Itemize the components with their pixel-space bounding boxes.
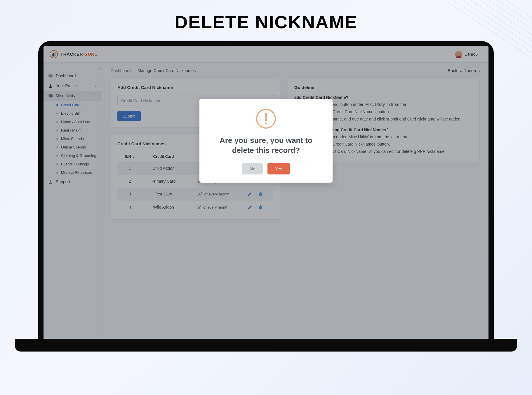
modal-overlay [44,46,488,339]
modal-yes-button[interactable]: Yes [267,163,290,174]
confirm-delete-modal: Are you sure, you want to delete this re… [199,99,333,183]
modal-no-button[interactable]: No [242,163,263,174]
modal-message: Are you sure, you want to delete this re… [208,136,324,155]
page-title: DELETE NICKNAME [0,0,532,41]
warning-icon [255,108,277,129]
laptop-frame: TRACKER GURU Demo5 ⌄ ‹ [38,41,494,352]
svg-point-35 [265,123,267,124]
